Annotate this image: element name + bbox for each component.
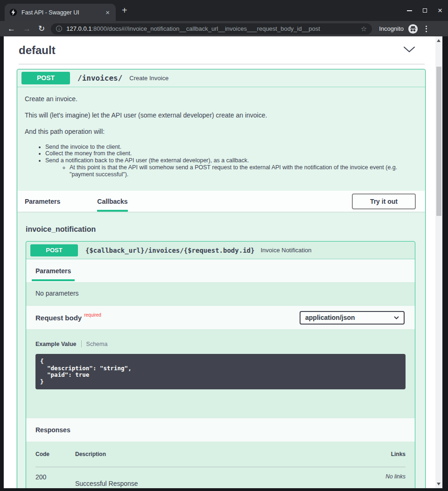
callback-summary[interactable]: POST {$callback_url}/invoices/{$request.… xyxy=(26,242,415,259)
table-row: 200 Successful Response No links xyxy=(35,467,406,487)
request-body-header: Request body required application/json xyxy=(26,306,415,329)
close-window-button[interactable]: × xyxy=(437,7,443,14)
section-header-default[interactable]: default xyxy=(19,36,425,64)
url-host: 127.0.0.1 xyxy=(66,25,91,32)
browser-window: Fast API - Swagger UI × + × ← → ↻ i 127.… xyxy=(0,0,448,491)
column-links: Links xyxy=(364,451,406,457)
opblock-callback: POST {$callback_url}/invoices/{$request.… xyxy=(26,241,415,488)
opblock-tab-bar: Parameters Callbacks Try it out xyxy=(17,191,425,212)
method-badge: POST xyxy=(30,244,78,256)
column-code: Code xyxy=(35,451,75,457)
opblock-summary-text: Create Invoice xyxy=(129,75,168,82)
tab-title: Fast API - Swagger UI xyxy=(21,9,104,16)
example-section: Example Value Schema { "description": "s… xyxy=(26,329,415,418)
try-it-out-button[interactable]: Try it out xyxy=(352,194,416,209)
callback-path: {$callback_url}/invoices/{$request.body.… xyxy=(85,247,254,254)
opblock-summary[interactable]: POST /invoices/ Create Invoice xyxy=(17,69,425,87)
tab-schema[interactable]: Schema xyxy=(86,341,108,347)
tab-parameters[interactable]: Parameters xyxy=(32,267,75,281)
list-item: Collect the money from the client. xyxy=(45,150,418,157)
response-code: 200 xyxy=(35,473,75,487)
url-path: :8000/docs#//invoice_notification__callb… xyxy=(91,25,320,32)
response-links: No links xyxy=(364,473,406,487)
tab-parameters[interactable]: Parameters xyxy=(25,191,60,212)
tab-strip: Fast API - Swagger UI × + × xyxy=(0,0,448,21)
example-code-block: { "description": "string", "paid": true … xyxy=(35,354,406,389)
maximize-button[interactable] xyxy=(421,7,428,14)
maximize-icon xyxy=(423,8,427,13)
url-text: 127.0.0.1:8000/docs#//invoice_notificati… xyxy=(66,25,357,32)
browser-toolbar: ← → ↻ i 127.0.0.1:8000/docs#//invoice_no… xyxy=(0,21,448,36)
scroll-up-arrow[interactable] xyxy=(437,39,441,42)
section-title: default xyxy=(19,44,403,57)
reload-button[interactable]: ↻ xyxy=(38,25,45,33)
opblock-path: /invoices/ xyxy=(77,74,122,83)
request-body-label: Request body xyxy=(35,314,82,322)
menu-dots-button[interactable] xyxy=(424,24,428,34)
site-info-icon[interactable]: i xyxy=(56,26,62,32)
description-sublist: At this point is that the API will someh… xyxy=(45,164,418,178)
minimize-icon xyxy=(407,10,412,11)
incognito-icon xyxy=(408,24,418,34)
response-description: Successful Response xyxy=(75,473,364,487)
list-item: At this point is that the API will someh… xyxy=(70,164,413,178)
window-controls: × xyxy=(406,0,443,21)
browser-tab[interactable]: Fast API - Swagger UI × xyxy=(5,4,116,21)
scrollbar[interactable] xyxy=(435,36,442,488)
description-paragraph: And this path operation will: xyxy=(25,127,418,137)
incognito-label: Incognito xyxy=(379,25,404,32)
tab-close-icon[interactable]: × xyxy=(104,9,111,16)
back-button[interactable]: ← xyxy=(7,25,15,33)
opblock-post-invoices: POST /invoices/ Create Invoice Create an… xyxy=(17,69,426,488)
media-type-value: application/json xyxy=(305,314,355,321)
callback-title: invoice_notification xyxy=(26,225,415,234)
list-item: Send the invoice to the client. xyxy=(45,144,418,151)
required-label: required xyxy=(84,312,101,318)
scroll-down-arrow[interactable] xyxy=(437,483,441,485)
bookmark-star-icon[interactable]: ☆ xyxy=(361,25,367,33)
opblock-description: Create an invoice. This will (let's imag… xyxy=(17,87,425,191)
list-item: Send a notification back to the API user… xyxy=(45,157,418,164)
description-paragraph: This will (let's imagine) let the API us… xyxy=(25,111,418,120)
media-type-select[interactable]: application/json xyxy=(300,311,405,325)
no-parameters-text: No parameters xyxy=(26,282,415,306)
callbacks-section: invoice_notification POST {$callback_url… xyxy=(17,212,425,488)
description-paragraph: Create an invoice. xyxy=(25,95,418,104)
new-tab-button[interactable]: + xyxy=(122,5,127,16)
responses-title: Responses xyxy=(35,426,70,434)
responses-table-head: Code Description Links xyxy=(35,451,406,467)
responses-table: Code Description Links 200 Successful Re… xyxy=(26,442,415,488)
fastapi-favicon-icon xyxy=(9,8,17,16)
method-badge: POST xyxy=(21,72,70,84)
column-description: Description xyxy=(75,451,364,457)
responses-header: Responses xyxy=(26,418,415,442)
callback-summary-text: Invoice Notification xyxy=(260,247,311,254)
example-json: { "description": "string", "paid": true … xyxy=(40,358,401,385)
tab-example-value[interactable]: Example Value xyxy=(35,341,77,347)
tab-divider xyxy=(81,340,82,347)
description-list: Send the invoice to the client. Collect … xyxy=(25,144,418,178)
chevron-down-icon xyxy=(394,316,399,319)
scrollbar-thumb[interactable] xyxy=(436,67,441,216)
chevron-down-icon[interactable] xyxy=(403,46,415,55)
forward-button[interactable]: → xyxy=(23,25,31,33)
address-bar[interactable]: i 127.0.0.1:8000/docs#//invoice_notifica… xyxy=(51,23,372,35)
example-tab-bar: Example Value Schema xyxy=(35,340,406,347)
tab-callbacks[interactable]: Callbacks xyxy=(97,191,127,212)
swagger-page: default POST /invoices/ Create Invoice C… xyxy=(4,36,435,488)
callback-tab-bar: Parameters xyxy=(26,259,415,282)
minimize-button[interactable] xyxy=(406,7,413,14)
